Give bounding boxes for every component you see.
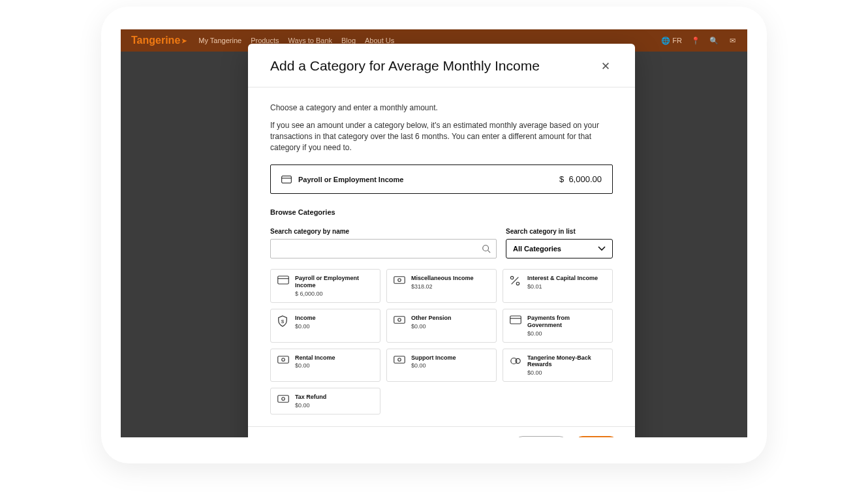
browse-categories-header: Browse Categories	[270, 208, 613, 216]
svg-point-9	[516, 283, 519, 285]
category-amount: $0.00	[295, 362, 335, 369]
location-icon[interactable]: 📍	[691, 36, 700, 45]
category-card[interactable]: Payments from Government$0.00	[503, 309, 613, 343]
search-list-label: Search category in list	[506, 228, 613, 235]
svg-text:$: $	[281, 319, 285, 324]
category-name: Other Pension	[411, 315, 452, 322]
close-button[interactable]	[598, 59, 613, 73]
search-icon	[482, 244, 491, 253]
close-icon	[601, 61, 610, 70]
card-icon	[510, 315, 521, 326]
laptop-frame: Tangerine ➤ My Tangerine Products Ways t…	[101, 7, 767, 463]
globe-icon: 🌐	[661, 36, 670, 45]
category-amount: $0.00	[527, 369, 606, 376]
add-category-modal: Add a Category for Average Monthly Incom…	[248, 44, 635, 437]
category-card[interactable]: Support Income$0.00	[386, 349, 497, 383]
search-row: Search category by name Search category …	[270, 228, 613, 258]
shield-icon: $	[277, 315, 289, 326]
category-card[interactable]: Interest & Capital Income$0.01	[503, 269, 613, 303]
add-button[interactable]: Add	[574, 436, 618, 437]
category-name: Payroll or Employment Income	[295, 275, 373, 289]
category-card[interactable]: Miscellaneous Income$318.02	[386, 269, 497, 303]
svg-point-21	[516, 358, 520, 363]
rewards-icon	[510, 355, 521, 366]
modal-title: Add a Category for Average Monthly Incom…	[270, 58, 540, 74]
search-in-list-col: Search category in list All Categories	[506, 228, 613, 258]
mail-icon[interactable]: ✉	[728, 36, 737, 45]
category-name: Income	[295, 315, 316, 322]
category-amount: $0.00	[527, 330, 606, 337]
category-amount: $ 6,000.00	[295, 290, 373, 297]
category-name: Tax Refund	[295, 394, 326, 401]
category-text: Other Pension$0.00	[411, 315, 452, 330]
category-card[interactable]: Rental Income$0.00	[270, 349, 380, 383]
category-name: Payments from Government	[527, 315, 606, 329]
brand-logo[interactable]: Tangerine ➤	[131, 35, 187, 46]
category-name: Rental Income	[295, 354, 335, 362]
svg-rect-22	[278, 396, 289, 403]
category-amount: $0.01	[527, 283, 598, 290]
category-amount: $318.02	[411, 283, 474, 290]
category-text: Support Income$0.00	[411, 354, 456, 369]
category-text: Tax Refund$0.00	[295, 394, 326, 409]
chevron-down-icon	[598, 246, 606, 251]
category-card[interactable]: Tangerine Money-Back Rewards$0.00	[503, 349, 613, 383]
search-name-box[interactable]	[270, 239, 497, 258]
svg-point-2	[483, 245, 489, 251]
logo-arrow-icon: ➤	[181, 37, 187, 44]
category-amount: $0.00	[411, 323, 452, 330]
category-amount: $0.00	[411, 362, 456, 369]
search-icon[interactable]: 🔍	[709, 36, 719, 45]
selected-category-label: Payroll or Employment Income	[298, 176, 403, 183]
selected-category-amount: $ 6,000.00	[559, 174, 602, 184]
category-text: Rental Income$0.00	[295, 354, 335, 369]
svg-rect-18	[394, 356, 405, 363]
svg-point-19	[398, 358, 401, 361]
currency-symbol: $	[559, 174, 564, 184]
cash-icon	[277, 394, 289, 405]
svg-point-7	[398, 279, 401, 282]
dropdown-value: All Categories	[513, 245, 561, 253]
category-name: Tangerine Money-Back Rewards	[527, 354, 606, 369]
card-icon	[281, 175, 292, 184]
category-text: Income$0.00	[295, 315, 316, 330]
svg-line-3	[488, 251, 491, 253]
category-text: Tangerine Money-Back Rewards$0.00	[527, 354, 606, 377]
svg-point-17	[282, 358, 285, 361]
category-card[interactable]: Other Pension$0.00	[386, 309, 497, 343]
language-toggle[interactable]: 🌐 FR	[661, 36, 682, 45]
category-name: Interest & Capital Income	[527, 275, 598, 282]
cash-icon	[277, 355, 289, 366]
intro-text-2: If you see an amount under a category be…	[270, 120, 613, 153]
selected-category-row[interactable]: Payroll or Employment Income $ 6,000.00	[270, 164, 613, 194]
category-dropdown[interactable]: All Categories	[506, 239, 613, 258]
svg-line-10	[512, 277, 519, 285]
category-card[interactable]: Tax Refund$0.00	[270, 388, 380, 414]
intro-text-1: Choose a category and enter a monthly am…	[270, 103, 613, 112]
cancel-button[interactable]: Cancel	[514, 436, 568, 437]
nav-item[interactable]: My Tangerine	[198, 37, 241, 44]
modal-header: Add a Category for Average Monthly Incom…	[248, 44, 635, 87]
svg-point-13	[398, 319, 401, 322]
category-text: Payroll or Employment Income$ 6,000.00	[295, 275, 373, 297]
search-input[interactable]	[276, 245, 482, 253]
modal-body: Choose a category and enter a monthly am…	[248, 87, 635, 426]
svg-rect-6	[394, 277, 405, 284]
category-card[interactable]: Payroll or Employment Income$ 6,000.00	[270, 269, 380, 303]
cash-icon	[394, 315, 405, 326]
header-right: 🌐 FR 📍 🔍 ✉	[661, 36, 737, 45]
amount-value: 6,000.00	[568, 174, 602, 184]
app-screen: Tangerine ➤ My Tangerine Products Ways t…	[121, 29, 747, 437]
svg-point-8	[510, 277, 513, 279]
category-text: Payments from Government$0.00	[527, 315, 606, 337]
card-icon	[277, 275, 289, 286]
category-amount: $0.00	[295, 402, 326, 409]
search-name-label: Search category by name	[270, 228, 497, 235]
svg-rect-14	[510, 316, 521, 324]
category-text: Interest & Capital Income$0.01	[527, 275, 598, 290]
category-name: Miscellaneous Income	[411, 275, 474, 282]
svg-rect-0	[282, 176, 292, 183]
category-card[interactable]: $Income$0.00	[270, 309, 380, 343]
brand-text: Tangerine	[131, 35, 180, 46]
cash-icon	[394, 355, 405, 366]
